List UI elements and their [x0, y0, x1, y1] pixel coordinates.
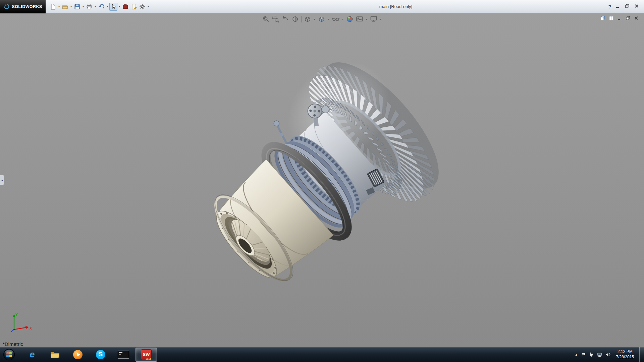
view-orientation-dropdown-arrow[interactable]: ▾: [313, 18, 316, 21]
zoom-to-fit-icon: [262, 15, 270, 23]
section-view-icon: [291, 15, 299, 23]
apply-scene-button[interactable]: [355, 15, 364, 23]
show-desktop-button[interactable]: [639, 347, 644, 362]
view-orientation-label: *Dimetric: [3, 341, 23, 347]
previous-view-icon: [281, 15, 289, 23]
main-toolbar: ▾ ▾ ▾ ▾: [46, 3, 150, 11]
new-document-button[interactable]: [49, 3, 57, 11]
undo-icon: [98, 3, 105, 10]
document-window-controls: [600, 15, 639, 21]
options-dropdown-arrow[interactable]: ▾: [147, 5, 150, 8]
y-axis-arrow: [13, 314, 15, 317]
solidworks-year-badge: 2015: [146, 358, 151, 360]
apply-scene-icon: [356, 15, 364, 23]
save-button[interactable]: [73, 3, 81, 11]
open-dropdown-arrow[interactable]: ▾: [69, 5, 73, 8]
taskbar-clock[interactable]: 2:12 PM 7/28/2015: [613, 349, 637, 360]
3ds-logo-icon: [3, 3, 10, 10]
start-button[interactable]: [2, 348, 16, 362]
edit-appearance-ball-icon: [346, 15, 354, 23]
close-icon: [634, 3, 639, 9]
minimize-icon: [615, 3, 621, 9]
apply-scene-dropdown-arrow[interactable]: ▾: [365, 18, 368, 21]
engine-model[interactable]: [0, 13, 644, 347]
brand-text: SOLIDWORKS: [12, 4, 42, 9]
taskbar-item-solidworks[interactable]: SW 2015: [136, 348, 157, 362]
taskbar-item-file-explorer[interactable]: [44, 348, 66, 362]
view-orientation-cube-icon: [304, 15, 312, 23]
action-center-button[interactable]: [581, 352, 586, 357]
internet-explorer-icon: e: [30, 349, 35, 360]
zoom-to-area-button[interactable]: [271, 15, 280, 23]
clock-time: 2:12 PM: [616, 349, 634, 355]
print-dropdown-arrow[interactable]: ▾: [94, 5, 97, 8]
new-document-icon: [50, 3, 56, 10]
tile-icon: [608, 15, 614, 21]
restore-document-icon: [625, 15, 631, 21]
previous-view-button[interactable]: [281, 15, 290, 23]
display-style-dropdown-arrow[interactable]: ▾: [327, 18, 330, 21]
display-style-button[interactable]: [317, 15, 326, 23]
view-settings-button[interactable]: [369, 15, 378, 23]
folder-icon: [50, 350, 60, 359]
section-view-button[interactable]: [291, 15, 300, 23]
view-orientation-button[interactable]: [303, 15, 312, 23]
view-settings-dropdown-arrow[interactable]: ▾: [379, 18, 382, 21]
restore-button[interactable]: [625, 3, 630, 10]
file-properties-button[interactable]: [130, 3, 138, 11]
taskbar-item-command-prompt[interactable]: [113, 348, 134, 362]
featuremanager-collapse-tab[interactable]: ◂: [0, 175, 4, 185]
hide-show-items-button[interactable]: [331, 15, 340, 23]
minimize-document-icon: [617, 15, 622, 21]
x-axis-arrow: [25, 326, 29, 329]
command-prompt-icon: [118, 351, 129, 359]
help-button[interactable]: ?: [608, 4, 611, 9]
new-dropdown-arrow[interactable]: ▾: [57, 5, 61, 8]
x-axis-label: X: [30, 326, 32, 330]
window-title: main [Read-only]: [356, 4, 436, 9]
network-monitor-icon: [597, 352, 602, 357]
close-document-button[interactable]: [633, 15, 639, 21]
undo-dropdown-arrow[interactable]: ▾: [106, 5, 109, 8]
select-button[interactable]: [109, 3, 117, 11]
volume-speaker-icon: [605, 352, 611, 357]
hide-show-dropdown-arrow[interactable]: ▾: [341, 18, 344, 21]
orientation-triad: X Y: [9, 313, 36, 333]
toolbox-button[interactable]: [121, 3, 129, 11]
titlebar: SOLIDWORKS ▾ ▾ ▾: [0, 0, 644, 13]
print-icon: [86, 3, 93, 10]
graphics-area[interactable]: ▾ ▾ ▾ ▾: [0, 13, 644, 347]
power-button[interactable]: [589, 352, 594, 357]
taskbar: e S SW 2015 ▲: [0, 347, 644, 362]
taskbar-item-internet-explorer[interactable]: e: [21, 348, 43, 362]
windows-start-orb-icon: [3, 348, 15, 361]
edit-appearance-button[interactable]: [345, 15, 354, 23]
open-folder-icon: [62, 3, 68, 10]
taskbar-item-media-player[interactable]: [67, 348, 89, 362]
select-dropdown-arrow[interactable]: ▾: [118, 5, 121, 8]
hidden-icons-button[interactable]: ▲: [575, 353, 578, 356]
cascade-windows-button[interactable]: [600, 15, 606, 21]
options-gear-icon: [139, 3, 146, 10]
close-button[interactable]: [634, 3, 639, 10]
save-dropdown-arrow[interactable]: ▾: [82, 5, 85, 8]
taskbar-item-skype[interactable]: S: [90, 348, 111, 362]
print-button[interactable]: [85, 3, 93, 11]
undo-button[interactable]: [97, 3, 105, 11]
zoom-to-area-icon: [272, 15, 280, 23]
media-player-icon: [73, 350, 83, 359]
restore-document-button[interactable]: [625, 15, 631, 21]
minimize-document-button[interactable]: [616, 15, 623, 21]
taskbar-items: e S SW 2015: [21, 348, 158, 362]
y-axis-label: Y: [15, 313, 18, 317]
minimize-button[interactable]: [615, 3, 621, 10]
options-button[interactable]: [138, 3, 146, 11]
window-controls: ?: [608, 3, 644, 10]
tile-windows-button[interactable]: [608, 15, 614, 21]
zoom-to-fit-button[interactable]: [262, 15, 270, 23]
open-button[interactable]: [61, 3, 69, 11]
network-button[interactable]: [597, 352, 602, 357]
system-tray: ▲: [575, 347, 644, 362]
toolbox-icon: [122, 3, 129, 10]
volume-button[interactable]: [605, 352, 611, 357]
